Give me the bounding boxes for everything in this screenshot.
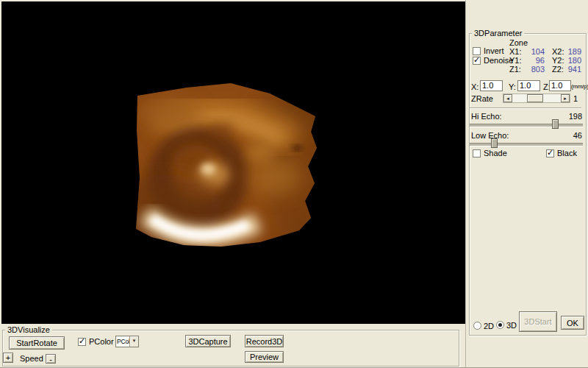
pcolor-checkbox[interactable]: ✓ — [78, 338, 86, 346]
y-scale-input[interactable]: 1.0 — [517, 80, 540, 91]
low-echo-thumb[interactable] — [491, 138, 498, 148]
start-rotate-button[interactable]: StartRotate — [9, 336, 65, 350]
arrow-right-icon: ► — [563, 96, 567, 101]
zrate-track[interactable] — [512, 94, 561, 102]
visualize-groupbox: 3DVisualize — [2, 330, 459, 367]
x-scale-input[interactable]: 1.0 — [480, 80, 503, 91]
divider — [470, 107, 581, 109]
check-icon: ✓ — [79, 336, 85, 346]
zone-label: X1: — [509, 47, 524, 56]
visualize-panel: 3DVisualize StartRotate + Speed - ✓ PCol… — [0, 324, 465, 368]
check-icon: ✓ — [547, 148, 553, 158]
denoise-checkbox[interactable]: ✓ — [473, 57, 481, 65]
zrate-value: 1 — [573, 94, 578, 103]
preview-button[interactable]: Preview — [245, 351, 284, 363]
record-3d-button[interactable]: Record3D — [245, 335, 284, 347]
zone-title: Zone — [509, 38, 528, 47]
speed-plus-button[interactable]: + — [3, 353, 13, 363]
parameter-groupbox-title: 3DParameter — [472, 29, 524, 38]
invert-label: Invert — [484, 46, 504, 55]
z-scale-input[interactable]: 1.0 — [549, 80, 571, 91]
render-canvas[interactable] — [1, 1, 465, 324]
speed-label: Speed — [20, 354, 43, 363]
arrow-left-icon: ◄ — [506, 96, 510, 101]
zone-row: X1: 104 X2: 189 — [509, 47, 581, 56]
mode-2d-radio[interactable] — [473, 322, 481, 330]
speed-minus-button[interactable]: - — [46, 354, 56, 364]
ok-button[interactable]: OK — [561, 316, 584, 330]
shade-checkbox[interactable] — [473, 149, 481, 158]
mode-3d-radio[interactable] — [496, 321, 504, 329]
mode-2d-label: 2D — [484, 322, 494, 330]
y-scale-label: Y: — [509, 82, 516, 91]
pcolor-combobox[interactable]: PColor ▼ — [115, 336, 139, 347]
app-window: 3DParameter Invert ✓ Denoise Zone X1: 10… — [0, 0, 588, 368]
x-scale-label: X: — [471, 82, 478, 91]
invert-checkbox[interactable] — [473, 47, 481, 55]
zone-value: 180 — [567, 56, 581, 65]
zrate-scroll-left-button[interactable]: ◄ — [503, 94, 512, 102]
zone-table: X1: 104 X2: 189 Y1: 96 Y2: 180 Z1: 803 Z… — [509, 47, 581, 74]
pcolor-combo-value: PColor — [116, 336, 129, 347]
low-echo-track — [470, 143, 583, 146]
pcolor-label: PColor — [89, 337, 114, 346]
zrate-scroll-right-button[interactable]: ► — [561, 94, 570, 102]
zone-value: 96 — [524, 56, 545, 65]
zone-label: Y1: — [509, 56, 524, 65]
zone-value: 104 — [524, 47, 545, 56]
visualize-groupbox-title: 3DVisualize — [5, 325, 52, 334]
hi-echo-slider[interactable] — [470, 119, 583, 130]
ultrasound-volume-render — [1, 1, 465, 324]
scale-unit-label: (mm/p) — [571, 82, 588, 91]
shade-label: Shade — [484, 149, 507, 158]
zone-value: 941 — [567, 65, 581, 74]
parameter-groupbox: 3DParameter — [469, 33, 587, 336]
black-checkbox[interactable]: ✓ — [546, 149, 554, 158]
mode-3d-label: 3D — [506, 321, 517, 330]
low-echo-slider[interactable] — [470, 138, 583, 149]
zone-value: 803 — [524, 65, 545, 74]
zone-value: 189 — [567, 47, 581, 56]
capture-3d-button[interactable]: 3DCapture — [185, 335, 231, 347]
zone-label: Y2: — [552, 56, 567, 65]
start-3d-button[interactable]: 3DStart — [519, 311, 557, 332]
combo-dropdown-button[interactable]: ▼ — [129, 336, 138, 347]
zone-label: X2: — [552, 47, 567, 56]
zone-row: Y1: 96 Y2: 180 — [509, 56, 581, 65]
hi-echo-thumb[interactable] — [552, 119, 559, 129]
zone-label: Z1: — [509, 65, 524, 74]
check-icon: ✓ — [473, 55, 480, 65]
zone-label: Z2: — [552, 65, 567, 74]
zrate-thumb[interactable] — [527, 94, 543, 102]
parameter-panel: 3DParameter Invert ✓ Denoise Zone X1: 10… — [465, 0, 588, 368]
hi-echo-track — [470, 124, 583, 127]
zrate-scrollbar: ◄ ► — [503, 93, 570, 103]
arrow-down-icon: ▼ — [132, 339, 137, 343]
zone-row: Z1: 803 Z2: 941 — [509, 65, 581, 74]
black-label: Black — [557, 149, 577, 158]
zrate-label: ZRate — [471, 94, 493, 103]
